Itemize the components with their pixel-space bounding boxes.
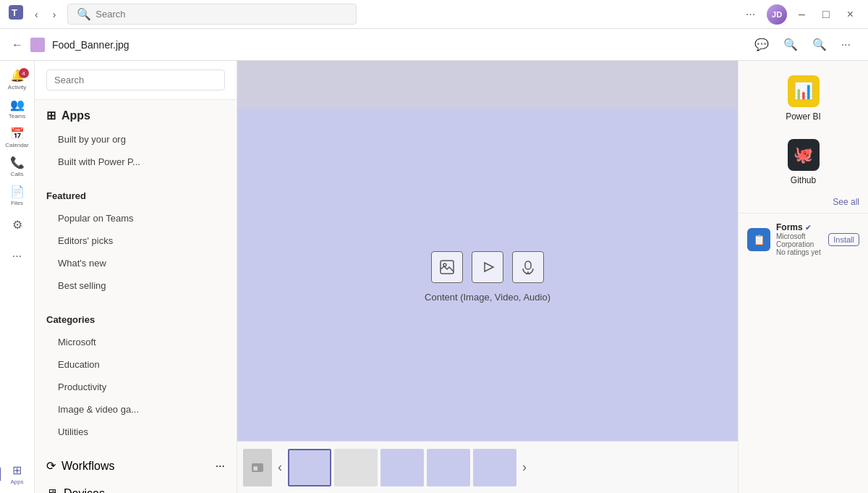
utilities-category-item[interactable]: Utilities bbox=[35, 421, 237, 443]
thumbnail-item-2[interactable] bbox=[334, 449, 378, 486]
whats-new-item[interactable]: What's new bbox=[35, 252, 237, 274]
powerbi-app-card[interactable]: 📊 Power BI bbox=[739, 67, 868, 130]
devices-item[interactable]: 🖥 Devices ··· bbox=[35, 480, 237, 493]
workflows-more-icon[interactable]: ··· bbox=[216, 460, 225, 473]
categories-heading: Categories bbox=[35, 306, 237, 328]
video-icon-box bbox=[472, 251, 503, 283]
audio-icon-box bbox=[512, 251, 544, 283]
forward-button[interactable]: › bbox=[47, 6, 62, 23]
teams-icon: 👥 bbox=[10, 98, 25, 111]
comment-button[interactable]: 💬 bbox=[749, 33, 775, 56]
forms-app-row[interactable]: 📋 Forms ✔ Microsoft Corporation No ratin… bbox=[739, 216, 868, 262]
minimize-button[interactable]: – bbox=[793, 5, 811, 24]
education-category-item[interactable]: Education bbox=[35, 353, 237, 376]
window-actions: ··· JD – □ × bbox=[740, 4, 859, 25]
sidebar-item-calendar[interactable]: 📅 Calendar bbox=[4, 125, 30, 151]
forms-app-info: Forms ✔ Microsoft Corporation No ratings… bbox=[776, 222, 822, 256]
close-button[interactable]: × bbox=[841, 5, 859, 24]
sidebar-label-apps: Apps bbox=[10, 479, 23, 485]
more-icon: ··· bbox=[12, 250, 22, 263]
see-all-button[interactable]: See all bbox=[739, 194, 868, 210]
microsoft-category-item[interactable]: Microsoft bbox=[35, 331, 237, 353]
forms-app-icon: 📋 bbox=[747, 228, 770, 251]
sidebar-label-calendar: Calendar bbox=[5, 142, 28, 148]
custom-icon: ⚙ bbox=[12, 218, 22, 232]
image-video-category-item[interactable]: Image & video ga... bbox=[35, 398, 237, 421]
media-icons bbox=[431, 251, 544, 283]
sidebar-label-calls: Calls bbox=[11, 171, 24, 177]
github-label: Github bbox=[791, 175, 816, 185]
apps-icon: ⊞ bbox=[12, 463, 22, 477]
search-input[interactable] bbox=[95, 9, 347, 20]
sidebar-item-custom[interactable]: ⚙ bbox=[4, 211, 30, 237]
forms-verified-badge: ✔ bbox=[805, 224, 811, 232]
thumbnail-prev-button[interactable]: ‹ bbox=[275, 457, 285, 478]
workflows-label: Workflows bbox=[61, 460, 115, 473]
thumbnail-item-1[interactable] bbox=[288, 449, 331, 486]
svg-text:▦: ▦ bbox=[253, 465, 258, 471]
devices-more-icon[interactable]: ··· bbox=[216, 487, 225, 493]
maximize-button[interactable]: □ bbox=[817, 5, 835, 24]
title-bar: T ‹ › 🔍 ··· JD – □ × bbox=[0, 0, 868, 29]
workflows-item[interactable]: ⟳ Workflows ··· bbox=[35, 452, 237, 480]
file-bar: ← Food_Banner.jpg 💬 🔍 🔍 ··· bbox=[0, 29, 868, 61]
right-panel: 📊 Power BI 🐙 Github See all 📋 Forms ✔ M bbox=[738, 61, 868, 493]
powerbi-icon: 📊 bbox=[788, 75, 820, 107]
file-name: Food_Banner.jpg bbox=[52, 39, 129, 51]
calls-icon: 📞 bbox=[10, 156, 25, 169]
svg-rect-5 bbox=[525, 261, 531, 269]
sidebar-item-teams[interactable]: 👥 Teams bbox=[4, 96, 30, 122]
featured-list: Popular on Teams Editors' picks What's n… bbox=[35, 204, 237, 300]
sidebar-item-activity[interactable]: 🔔 4 Activity bbox=[4, 67, 30, 93]
thumbnail-item-4[interactable] bbox=[427, 449, 470, 486]
sidebar: 🔔 4 Activity 👥 Teams 📅 Calendar 📞 Calls … bbox=[0, 61, 35, 493]
sidebar-item-more[interactable]: ··· bbox=[4, 243, 30, 269]
content-area: Content (Image, Video, Audio) ▦ ‹ › bbox=[237, 61, 738, 493]
sidebar-item-calls[interactable]: 📞 Calls bbox=[4, 153, 30, 180]
avatar[interactable]: JD bbox=[767, 4, 787, 25]
nav-buttons: ‹ › bbox=[29, 6, 61, 23]
built-by-org-item[interactable]: Built by your org bbox=[35, 128, 237, 151]
apps-title: Apps bbox=[61, 109, 90, 122]
forms-install-button[interactable]: Install bbox=[828, 233, 859, 246]
best-selling-item[interactable]: Best selling bbox=[35, 274, 237, 297]
file-more-button[interactable]: ··· bbox=[835, 33, 856, 56]
thumbnail-next-button[interactable]: › bbox=[519, 457, 529, 478]
popular-on-teams-item[interactable]: Popular on Teams bbox=[35, 207, 237, 229]
thumbnail-item-5[interactable] bbox=[473, 449, 516, 486]
forms-app-publisher: Microsoft Corporation bbox=[776, 232, 822, 248]
sidebar-label-files: Files bbox=[11, 200, 23, 206]
calendar-icon: 📅 bbox=[10, 127, 25, 140]
back-button[interactable]: ‹ bbox=[29, 6, 44, 23]
thumbnails-bar: ▦ ‹ › bbox=[237, 441, 738, 493]
thumbnail-indicator: ▦ bbox=[243, 449, 272, 486]
sidebar-item-files[interactable]: 📄 Files bbox=[4, 182, 30, 208]
github-app-card[interactable]: 🐙 Github bbox=[739, 130, 868, 194]
activity-badge: 4 bbox=[19, 68, 29, 78]
image-icon-box bbox=[431, 251, 463, 283]
productivity-category-item[interactable]: Productivity bbox=[35, 376, 237, 398]
thumbnail-item-3[interactable] bbox=[380, 449, 424, 486]
apps-search-input[interactable] bbox=[46, 69, 225, 90]
image-viewer-main: Content (Image, Video, Audio) bbox=[237, 109, 738, 445]
devices-label: Devices bbox=[64, 487, 105, 493]
editors-picks-item[interactable]: Editors' picks bbox=[35, 229, 237, 252]
search-bar[interactable]: 🔍 bbox=[67, 4, 357, 25]
forms-app-rating: No ratings yet bbox=[776, 248, 822, 256]
svg-text:T: T bbox=[12, 7, 17, 18]
file-type-icon bbox=[30, 38, 45, 52]
sidebar-item-apps[interactable]: ⊞ Apps bbox=[4, 461, 30, 487]
sidebar-label-activity: Activity bbox=[8, 84, 26, 90]
zoom-out-button[interactable]: 🔍 bbox=[807, 33, 833, 56]
apps-menu-list: Built by your org Built with Power P... bbox=[35, 125, 237, 176]
more-options-button[interactable]: ··· bbox=[740, 5, 761, 24]
built-with-power-item[interactable]: Built with Power P... bbox=[35, 151, 237, 173]
file-back-button[interactable]: ← bbox=[12, 38, 23, 51]
search-icon: 🔍 bbox=[77, 7, 91, 21]
devices-icon: 🖥 bbox=[46, 487, 58, 493]
teams-logo: T bbox=[9, 5, 23, 23]
apps-search-bar[interactable] bbox=[35, 61, 237, 100]
main-layout: 🔔 4 Activity 👥 Teams 📅 Calendar 📞 Calls … bbox=[0, 61, 868, 493]
forms-app-name: Forms ✔ bbox=[776, 222, 822, 232]
zoom-in-button[interactable]: 🔍 bbox=[778, 33, 804, 56]
